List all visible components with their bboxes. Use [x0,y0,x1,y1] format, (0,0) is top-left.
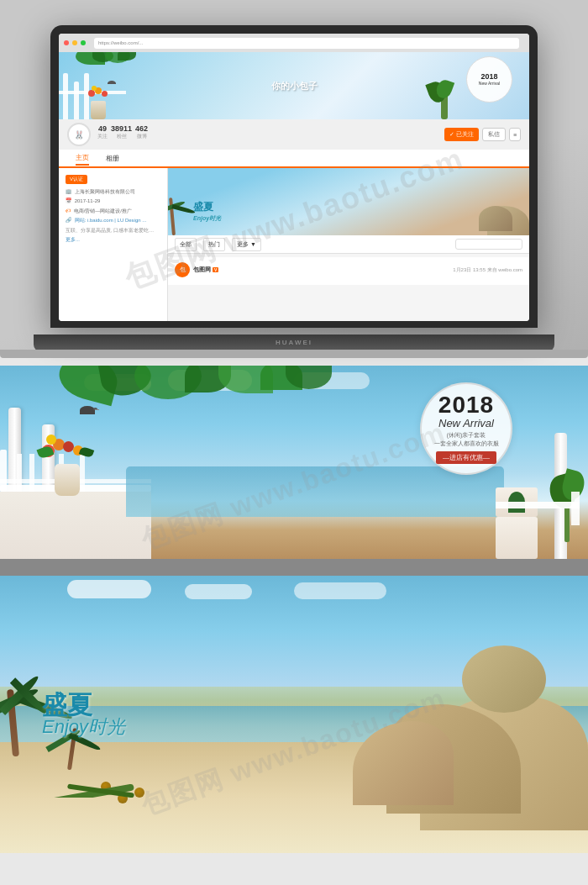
browser-dot-green [81,40,86,45]
banner-beach: 盛夏 Enjoy时光 [0,576,588,853]
top-rock [462,645,546,713]
vase [91,101,106,119]
browser-dot-yellow [72,40,77,45]
new-arrival-circle-badge: 2018 New Arrival (休闲)亲子套装 一套全家人都喜欢的衣服 —进… [420,382,512,475]
huawei-logo: HUAWEI [276,339,312,346]
post-author: 包图网 V [193,266,218,274]
weibo-sidebar: V认证 🏢 上海长聚网络科技有限公司 📅 2017-11-29 🏷 [59,168,168,321]
filter-all[interactable]: 全部 [175,238,197,251]
weibo-nav: 主页 相册 [59,150,529,168]
palm-tree [13,689,19,756]
badge-subtitle-cn2: 一套全家人都喜欢的衣服 [434,440,499,448]
banner-foliage [59,52,529,73]
more-link[interactable]: 更多... [66,236,160,244]
stat-row: 49 关注 38911 粉丝 462 微博 [97,124,148,140]
pillar-1 [63,73,68,119]
filter-hot[interactable]: 热门 [203,238,225,251]
pillar-2 [74,82,79,119]
feed-post: 包 包图网 V 1月23日 13:55 来自 weibo.com [168,257,529,285]
more-button[interactable]: ≡ [509,128,521,141]
baluster-1 [0,450,7,492]
reg-date: 📅 2017-11-29 [66,198,160,204]
industry: 🏷 电商/营销—网站建设/推广 [66,208,160,214]
stat-posts: 462 微博 [135,124,148,140]
message-button[interactable]: 私信 [482,128,506,141]
banner-railing-left [59,61,126,119]
beach-text-area: 盛夏 Enjoy时光 [42,693,125,736]
laptop-bg: https://weibo.com/... [0,0,588,353]
baluster-3 [29,454,34,492]
weibo-ui: https://weibo.com/... [59,34,529,321]
flower-red2 [102,91,108,97]
website: 🔗 网站: i.baidu.com | LU Design ... [66,217,160,224]
laptop-screen: https://weibo.com/... [59,34,529,321]
baluster-2 [17,454,22,492]
post-avatar: 包 [175,262,190,277]
mini-palm [172,198,176,235]
vase-body-large [55,464,80,496]
badge-year-mini: 2018 [480,73,497,82]
post-time: 1月23日 13:55 来自 weibo.com [453,266,522,274]
feed-search-input[interactable] [455,239,522,250]
post-vip: V [213,267,218,272]
right-plant-chair [487,458,546,559]
follow-button[interactable]: ✓ 已关注 [444,128,479,141]
browser-address: https://weibo.com/... [94,38,519,49]
profile-banner: 2018 New Arrival 你的小包子 [59,52,529,119]
flower-yellow [92,86,97,91]
badge-new-arrival-text: New Arrival [438,417,494,431]
tab-home[interactable]: 主页 [76,151,89,166]
badge-text-mini: New Arrival [479,81,500,86]
ocean [126,466,504,517]
fallen-fronds [50,772,151,798]
rock-2 [479,206,512,231]
flowers [87,86,110,103]
badge-year-text: 2018 [438,393,494,417]
divider-1 [0,559,588,576]
banner-right-plant [428,73,462,119]
stat-followers: 38911 粉丝 [111,124,132,140]
weibo-feed: 盛夏 Enjoy时光 全部 热门 更多 ▼ [168,168,529,321]
company-info: 🏢 上海长聚网络科技有限公司 [66,188,160,195]
large-flowers [38,435,97,466]
mini-rocks [462,193,529,235]
filter-more[interactable]: 更多 ▼ [232,238,261,251]
mini-new-arrival-badge: 2018 New Arrival [466,56,512,103]
badge-subtitle-cn1: (休闲)亲子套装 [447,431,486,440]
weibo-main-content: V认证 🏢 上海长聚网络科技有限公司 📅 2017-11-29 🏷 [59,168,529,321]
browser-bar: https://weibo.com/... [59,34,529,52]
banner-username: 你的小包子 [271,80,318,92]
beach-rocks-area [269,645,588,830]
lg-flower-5 [46,435,56,445]
beach-cloud-2 [185,584,252,599]
feed-banner-image: 盛夏 Enjoy时光 [168,168,529,235]
laptop-outer: https://weibo.com/... [50,25,538,328]
description: 互联、分享是高品质, 口感丰富老爱吃… [66,227,160,234]
post-header: 包 包图网 V 1月23日 13:55 来自 weibo.com [175,262,522,277]
beach-subtitle: Enjoy时光 [42,718,125,736]
right-baluster [571,492,580,525]
beach-cloud-1 [67,580,151,598]
browser-dot-red [64,40,69,45]
large-vase [55,464,80,496]
leaf-4 [118,52,136,61]
profile-info-row: 🐰 49 关注 38911 粉丝 [59,119,529,150]
tab-photos[interactable]: 相册 [106,152,119,165]
banner-new-arrival: 2018 New Arrival (休闲)亲子套装 一套全家人都喜欢的衣服 —进… [0,366,588,559]
leaf-large-2 [79,446,94,459]
feed-banner-text-overlay: 盛夏 Enjoy时光 [193,200,221,223]
beach-cloud-3 [294,582,386,599]
beach-background: 盛夏 Enjoy时光 [0,576,588,853]
flower-red [88,90,95,97]
chair-seat [496,517,538,559]
badge-shop-button[interactable]: —进店有优惠— [436,451,496,464]
avatar: 🐰 [67,123,91,146]
profile-action-buttons: ✓ 已关注 私信 ≡ [444,128,521,141]
stat-following: 49 关注 [97,124,108,140]
laptop-section: https://weibo.com/... [0,0,588,353]
right-railing [496,502,580,508]
bird-small [108,81,116,86]
big-rock-3 [353,721,454,805]
profile-stats: 49 关注 38911 粉丝 462 微博 [97,124,148,145]
feed-filter-bar: 全部 热门 更多 ▼ [168,235,529,254]
